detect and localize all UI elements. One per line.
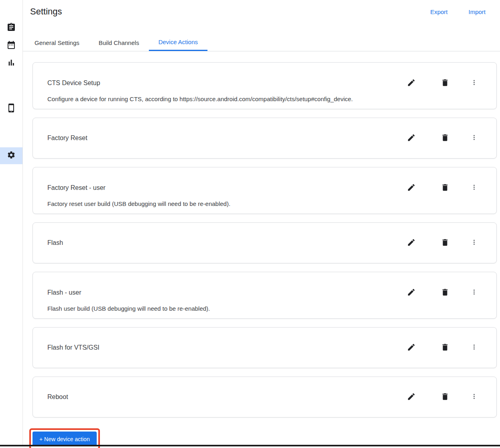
- edit-action-button[interactable]: [407, 288, 416, 297]
- more-vert-icon: [470, 238, 478, 247]
- device-action-description: Configure a device for running CTS, acco…: [47, 96, 482, 103]
- more-vert-icon: [470, 288, 478, 297]
- delete-action-button[interactable]: [440, 288, 450, 297]
- more-vert-icon: [470, 393, 478, 401]
- delete-action-button[interactable]: [440, 392, 450, 402]
- more-actions-button[interactable]: [469, 392, 479, 402]
- sidebar-item-bar-chart[interactable]: [0, 55, 22, 72]
- edit-icon: [407, 133, 416, 143]
- more-vert-icon: [470, 343, 478, 352]
- tab-general-settings[interactable]: General Settings: [25, 34, 89, 51]
- main-area: Settings Export Import General Settings …: [23, 0, 500, 448]
- delete-action-button[interactable]: [440, 343, 450, 352]
- device-action-title: Flash for VTS/GSI: [47, 344, 407, 351]
- edit-icon: [407, 183, 416, 193]
- delete-icon: [441, 183, 449, 193]
- more-actions-button[interactable]: [469, 238, 479, 248]
- device-action-description: Flash user build (USB debugging will nee…: [47, 305, 482, 312]
- page-header: Settings Export Import: [23, 0, 500, 34]
- sidebar-item-settings[interactable]: [0, 147, 22, 164]
- sidebar-item-assignment[interactable]: [0, 20, 22, 37]
- page-title: Settings: [30, 6, 62, 17]
- delete-icon: [441, 288, 449, 298]
- delete-icon: [441, 343, 449, 353]
- edit-action-button[interactable]: [407, 392, 416, 402]
- edit-icon: [407, 392, 416, 402]
- export-link[interactable]: Export: [430, 8, 447, 15]
- edit-action-button[interactable]: [407, 78, 416, 88]
- delete-action-button[interactable]: [440, 183, 450, 193]
- device-actions-list: CTS Device Setup Configure a device for …: [23, 51, 500, 448]
- new-device-action-button[interactable]: + New device action: [33, 432, 97, 446]
- more-vert-icon: [470, 183, 478, 192]
- device-action-card: Reboot: [33, 377, 497, 417]
- device-action-title: Flash: [47, 239, 407, 246]
- sidebar-item-calendar[interactable]: [0, 37, 22, 54]
- window-bottom-edge: [0, 445, 500, 446]
- calendar-icon: [6, 40, 16, 51]
- edit-icon: [407, 343, 416, 353]
- gear-icon: [7, 151, 16, 161]
- delete-action-button[interactable]: [440, 238, 450, 248]
- more-actions-button[interactable]: [469, 183, 479, 193]
- device-action-description: Factory reset user build (USB debugging …: [47, 200, 482, 208]
- delete-icon: [441, 238, 449, 248]
- device-action-card: Flash - user Flash user build (USB debug…: [33, 272, 497, 319]
- tab-device-actions[interactable]: Device Actions: [149, 34, 207, 51]
- delete-icon: [441, 78, 449, 88]
- edit-icon: [407, 288, 416, 298]
- device-action-title: Factory Reset: [47, 134, 407, 142]
- left-nav-rail: [0, 0, 23, 445]
- device-action-title: Reboot: [47, 393, 407, 401]
- smartphone-icon: [6, 103, 16, 114]
- edit-action-button[interactable]: [407, 238, 416, 248]
- device-action-card: Factory Reset - user Factory reset user …: [33, 167, 497, 214]
- device-action-title: CTS Device Setup: [47, 79, 407, 87]
- assignment-icon: [6, 22, 16, 34]
- device-action-card: Factory Reset: [33, 118, 497, 159]
- more-vert-icon: [470, 134, 478, 143]
- delete-action-button[interactable]: [440, 133, 450, 143]
- sidebar-item-smartphone[interactable]: [0, 100, 22, 117]
- delete-icon: [441, 133, 449, 143]
- device-action-card: Flash: [33, 222, 497, 263]
- edit-icon: [407, 238, 416, 248]
- edit-icon: [407, 78, 416, 88]
- device-action-card: CTS Device Setup Configure a device for …: [33, 62, 497, 109]
- settings-tab-bar: General Settings Build Channels Device A…: [23, 34, 500, 51]
- more-actions-button[interactable]: [469, 288, 479, 297]
- edit-action-button[interactable]: [407, 133, 416, 143]
- more-vert-icon: [470, 79, 478, 88]
- edit-action-button[interactable]: [407, 183, 416, 193]
- delete-action-button[interactable]: [440, 78, 450, 88]
- delete-icon: [441, 392, 449, 402]
- bar-chart-icon: [7, 58, 16, 69]
- more-actions-button[interactable]: [469, 343, 479, 352]
- edit-action-button[interactable]: [407, 343, 416, 352]
- header-actions: Export Import: [430, 8, 486, 15]
- device-action-title: Factory Reset - user: [47, 184, 407, 191]
- more-actions-button[interactable]: [469, 133, 479, 143]
- device-action-card: Flash for VTS/GSI: [33, 327, 497, 368]
- device-action-title: Flash - user: [47, 289, 407, 296]
- import-link[interactable]: Import: [468, 8, 486, 15]
- more-actions-button[interactable]: [469, 78, 479, 88]
- tab-build-channels[interactable]: Build Channels: [89, 34, 149, 51]
